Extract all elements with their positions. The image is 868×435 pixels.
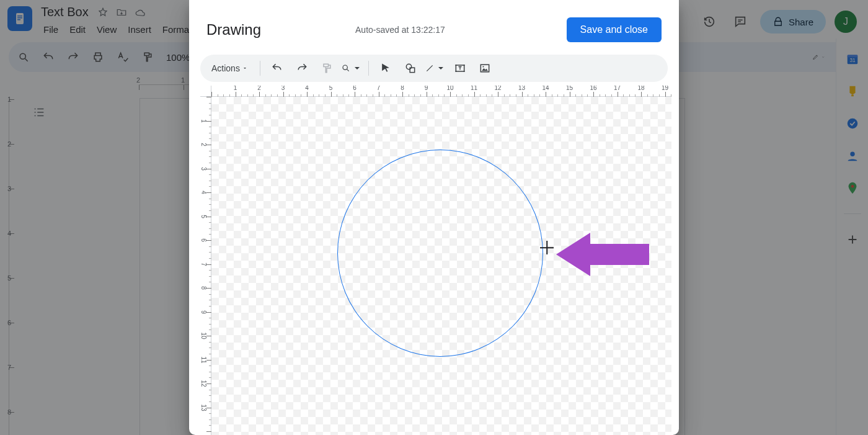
svg-point-12 — [406, 64, 411, 69]
toolbar-separator — [368, 61, 369, 76]
drawing-dialog: Drawing Auto-saved at 13:22:17 Save and … — [189, 0, 679, 435]
drawing-crosshair-cursor — [540, 241, 554, 254]
svg-point-17 — [455, 71, 456, 72]
drawing-toolbar: Actions — [200, 55, 668, 82]
caret-down-icon — [352, 62, 362, 74]
ruler-corner — [200, 86, 211, 97]
zoom-menu-icon[interactable] — [341, 58, 362, 79]
oval-shape[interactable] — [337, 150, 543, 357]
paint-format-icon — [316, 58, 337, 79]
svg-point-16 — [464, 65, 465, 66]
image-tool-icon[interactable] — [474, 58, 495, 79]
caret-down-icon — [242, 66, 247, 71]
save-and-close-button[interactable]: Save and close — [567, 17, 662, 42]
toolbar-separator — [260, 61, 260, 76]
drawing-title: Drawing — [206, 21, 261, 38]
drawing-vertical-ruler[interactable]: 12345678910111213 — [200, 97, 211, 435]
line-tool-icon[interactable] — [425, 58, 446, 79]
svg-point-18 — [464, 71, 465, 72]
caret-down-icon — [436, 62, 446, 74]
svg-point-15 — [455, 65, 456, 66]
select-tool-icon[interactable] — [375, 58, 396, 79]
svg-point-20 — [482, 66, 484, 67]
drawing-horizontal-ruler[interactable]: 12345678910111213141516171819 — [211, 86, 671, 97]
drawing-dialog-header: Drawing Auto-saved at 13:22:17 Save and … — [189, 0, 679, 55]
actions-menu-button[interactable]: Actions — [205, 60, 254, 77]
annotation-arrow — [556, 233, 649, 276]
shape-tool-icon[interactable] — [400, 58, 421, 79]
textbox-tool-icon[interactable] — [450, 58, 471, 79]
undo-icon[interactable] — [267, 58, 288, 79]
redo-icon[interactable] — [291, 58, 312, 79]
autosave-status: Auto-saved at 13:22:17 — [355, 25, 445, 35]
svg-point-11 — [343, 65, 347, 70]
